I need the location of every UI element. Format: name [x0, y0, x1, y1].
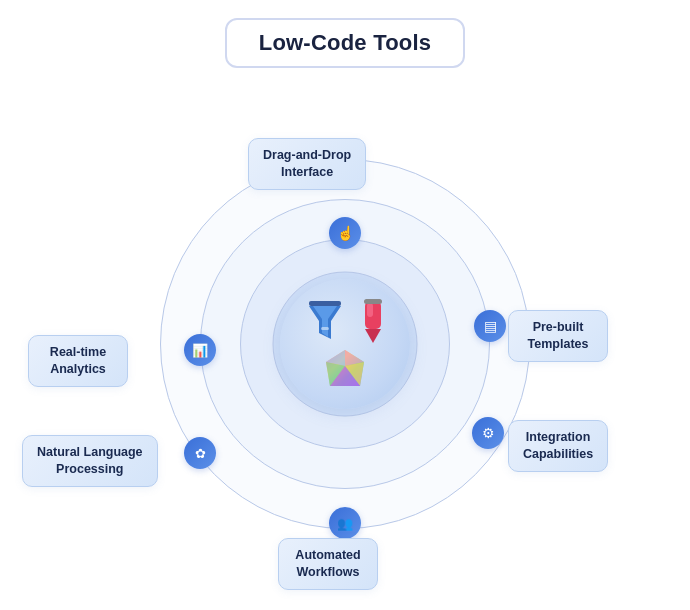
feature-box-bottom-left: Natural LanguageProcessing — [22, 435, 158, 487]
node-bottom-left: ✿ — [184, 437, 216, 469]
page-title: Low-Code Tools — [225, 18, 466, 68]
feature-label-bottom-left: Natural LanguageProcessing — [37, 445, 143, 476]
feature-label-top: Drag-and-Drop Interface — [263, 148, 351, 179]
drag-icon: ☝ — [337, 225, 354, 241]
feature-box-bottom: AutomatedWorkflows — [278, 538, 378, 590]
page-title-box: Low-Code Tools — [225, 0, 466, 68]
feature-box-right: Pre-builtTemplates — [508, 310, 608, 362]
center-icons — [295, 294, 395, 394]
workflow-icon: 👥 — [337, 516, 353, 531]
gem-icon — [322, 346, 368, 392]
svg-rect-5 — [367, 303, 373, 317]
svg-marker-6 — [365, 329, 381, 343]
svg-rect-3 — [321, 327, 329, 330]
feature-label-left: Real-timeAnalytics — [50, 345, 106, 376]
svg-marker-2 — [313, 306, 337, 337]
feature-label-bottom-right: IntegrationCapabilities — [523, 430, 593, 461]
node-right: ▤ — [474, 310, 506, 342]
funnel-icon — [305, 299, 345, 343]
node-top: ☝ — [329, 217, 361, 249]
svg-rect-7 — [364, 299, 382, 304]
integration-icon: ⚙ — [482, 425, 495, 441]
diagram-area: ☝ Drag-and-Drop Interface ▤ Pre-builtTem… — [0, 78, 690, 610]
node-bottom-right: ⚙ — [472, 417, 504, 449]
node-left: 📊 — [184, 334, 216, 366]
node-bottom: 👥 — [329, 507, 361, 539]
svg-rect-0 — [309, 301, 341, 306]
feature-label-bottom: AutomatedWorkflows — [295, 548, 360, 579]
nlp-icon: ✿ — [195, 446, 206, 461]
feature-label-right: Pre-builtTemplates — [528, 320, 589, 351]
pen-icon — [355, 299, 391, 343]
feature-box-top: Drag-and-Drop Interface — [248, 138, 366, 190]
template-icon: ▤ — [484, 318, 497, 334]
feature-box-bottom-right: IntegrationCapabilities — [508, 420, 608, 472]
analytics-icon: 📊 — [192, 343, 208, 358]
feature-box-left: Real-timeAnalytics — [28, 335, 128, 387]
center-circle — [280, 279, 410, 409]
